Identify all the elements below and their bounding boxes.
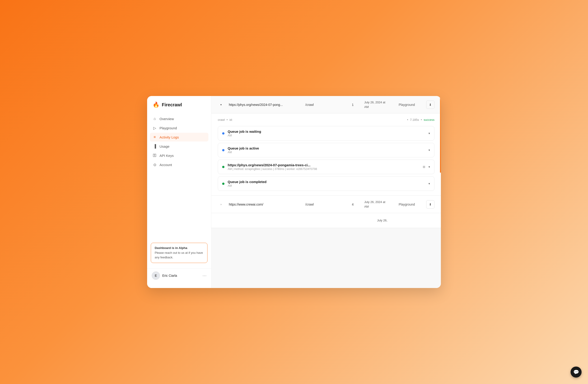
chevron-completed[interactable]: ▾ — [428, 182, 430, 185]
log-source-2: Playground — [399, 203, 422, 206]
status-dot-active — [222, 149, 225, 151]
event-title-active: Queue job is active AM — [228, 146, 425, 154]
avatar: E — [152, 271, 160, 280]
log-date-1: July 26, 2024 at AM — [364, 100, 394, 109]
event-title-waiting: Queue job is waiting AM — [228, 130, 425, 137]
sidebar-item-usage[interactable]: ▐ Usage — [150, 142, 208, 151]
alpha-desc: Please reach out to us at if you have an… — [155, 250, 204, 260]
app-container: 🔥 Firecrawl ⌂ Overview ▷ Playground ≡ Ac… — [147, 96, 441, 288]
detail-id-label: id: — [230, 118, 233, 121]
overview-icon: ⌂ — [153, 117, 157, 121]
sidebar-item-api-keys[interactable]: ⚿ API Keys — [150, 151, 208, 160]
sidebar-label-playground: Playground — [160, 126, 177, 130]
user-more-button[interactable]: ⋯ — [202, 273, 207, 278]
sidebar-label-activity-logs: Activity Logs — [160, 135, 179, 139]
event-header-waiting[interactable]: Queue job is waiting AM ▾ — [218, 126, 434, 140]
event-time-url: AM | method: scrapingBee | success | 378… — [228, 167, 420, 171]
playground-icon: ▷ — [153, 126, 157, 130]
user-name: Eric Ciarla — [162, 274, 200, 277]
log-row-1[interactable]: ▾ https://phys.org/news/2024-07-pong... … — [211, 96, 441, 113]
event-card-url: https://phys.org/news/2024-07-pongamia-t… — [218, 160, 435, 174]
event-header-completed[interactable]: Queue job is completed AM ▾ — [218, 177, 434, 191]
event-card-waiting: Queue job is waiting AM ▾ — [218, 126, 435, 140]
status-dot-completed — [222, 182, 225, 185]
event-card-active: Queue job is active AM ▾ — [218, 143, 435, 157]
logo-area: 🔥 Firecrawl — [147, 102, 211, 114]
sidebar-item-playground[interactable]: ▷ Playground — [150, 124, 208, 132]
event-title-completed: Queue job is completed AM — [228, 180, 425, 187]
log-row-2[interactable]: › https://www.crewai.com/ /crawl 4 July … — [211, 196, 441, 213]
activity-logs-icon: ≡ — [153, 135, 157, 139]
main-content: ▾ https://phys.org/news/2024-07-pong... … — [211, 96, 441, 288]
chevron-active[interactable]: ▾ — [428, 148, 430, 152]
download-button-2[interactable]: ⬇ — [426, 200, 435, 208]
event-label-completed: Queue job is completed — [228, 180, 425, 184]
sidebar-label-usage: Usage — [160, 144, 169, 148]
log-endpoint-1: /crawl — [305, 103, 341, 107]
sidebar-item-activity-logs[interactable]: ≡ Activity Logs — [150, 133, 208, 141]
event-time-completed: AM — [228, 184, 425, 187]
detail-meta-1: crawl • id: • 7.185s • success — [218, 118, 435, 121]
log-date-3: July 26, — [377, 218, 407, 223]
event-label-active: Queue job is active — [228, 146, 425, 150]
event-card-completed: Queue job is completed AM ▾ — [218, 176, 435, 191]
log-date-2: July 26, 2024 at AM — [364, 200, 394, 209]
chevron-expand-2[interactable]: › — [218, 201, 224, 208]
nav-menu: ⌂ Overview ▷ Playground ≡ Activity Logs … — [147, 114, 211, 239]
log-url-1: https://phys.org/news/2024-07-pong... — [229, 103, 301, 107]
status-dot-url — [222, 166, 225, 168]
log-url-2: https://www.crewai.com/ — [229, 203, 301, 206]
detail-area-1: crawl • id: • 7.185s • success Queue job… — [211, 113, 441, 196]
log-row-3[interactable]: July 26, — [211, 213, 441, 228]
event-time-waiting: AM — [228, 134, 425, 137]
event-title-url: https://phys.org/news/2024-07-pongamia-t… — [228, 163, 420, 171]
alpha-banner: Dashboard is in Alpha Please reach out t… — [151, 243, 208, 263]
log-endpoint-2: /crawl — [305, 203, 341, 206]
log-count-2: 4 — [346, 203, 360, 206]
sidebar-item-overview[interactable]: ⌂ Overview — [150, 114, 208, 123]
sidebar: 🔥 Firecrawl ⌂ Overview ▷ Playground ≡ Ac… — [147, 96, 211, 288]
detail-duration: 7.185s — [410, 118, 419, 121]
event-label-waiting: Queue job is waiting — [228, 130, 425, 134]
external-link-icon[interactable]: ⊞ — [423, 165, 425, 169]
download-button-1[interactable]: ⬇ — [426, 101, 435, 109]
sidebar-item-account[interactable]: ⊙ Account — [150, 160, 208, 169]
user-area: E Eric Ciarla ⋯ — [147, 269, 211, 282]
chevron-waiting[interactable]: ▾ — [428, 132, 430, 135]
account-icon: ⊙ — [153, 163, 157, 167]
usage-icon: ▐ — [153, 144, 157, 148]
sidebar-label-overview: Overview — [160, 117, 174, 121]
scroll-indicator — [440, 96, 441, 173]
detail-type: crawl — [218, 118, 225, 121]
chevron-expand-3[interactable] — [218, 217, 224, 224]
chat-button[interactable]: 💬 — [570, 366, 582, 378]
sidebar-label-api-keys: API Keys — [160, 154, 174, 158]
event-time-active: AM — [228, 151, 425, 154]
log-count-1: 1 — [346, 103, 360, 107]
api-keys-icon: ⚿ — [153, 153, 157, 158]
event-header-url[interactable]: https://phys.org/news/2024-07-pongamia-t… — [218, 160, 434, 174]
event-header-active[interactable]: Queue job is active AM ▾ — [218, 143, 434, 157]
sidebar-label-account: Account — [160, 163, 172, 167]
alpha-title: Dashboard is in Alpha — [155, 246, 204, 250]
logo-icon: 🔥 — [153, 102, 160, 108]
chevron-url[interactable]: ▾ — [428, 165, 430, 169]
event-label-url: https://phys.org/news/2024-07-pongamia-t… — [228, 163, 420, 167]
app-name: Firecrawl — [162, 102, 182, 108]
chevron-expand-1[interactable]: ▾ — [218, 102, 224, 108]
status-dot-waiting — [222, 132, 225, 135]
log-source-1: Playground — [399, 103, 422, 107]
detail-status: success — [424, 118, 435, 121]
